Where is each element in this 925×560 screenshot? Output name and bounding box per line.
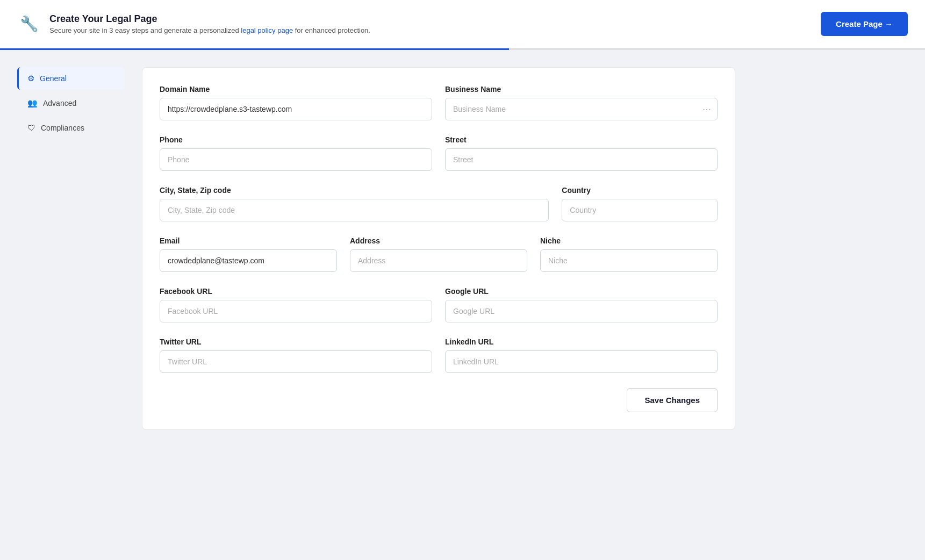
sidebar: ⚙ General 👥 Advanced 🛡 Compliances [17, 67, 125, 430]
street-group: Street [445, 135, 718, 171]
country-label: Country [562, 186, 718, 195]
twitter-url-label: Twitter URL [160, 338, 432, 346]
facebook-url-input[interactable] [160, 300, 432, 322]
city-state-zip-label: City, State, Zip code [160, 186, 549, 195]
business-name-label: Business Name [445, 85, 718, 94]
header-text: Create Your Legal Page Secure your site … [49, 13, 370, 34]
progress-bar [0, 48, 925, 50]
twitter-url-input[interactable] [160, 350, 432, 373]
country-group: Country [562, 186, 718, 221]
form-row-4: Email Address Niche [160, 236, 718, 272]
country-input[interactable] [562, 199, 718, 221]
create-page-button[interactable]: Create Page → [821, 12, 908, 36]
sidebar-item-compliances-label: Compliances [41, 124, 84, 132]
top-header: 🔧 Create Your Legal Page Secure your sit… [0, 0, 925, 48]
email-input[interactable] [160, 249, 337, 272]
business-name-input[interactable] [445, 98, 718, 120]
street-input[interactable] [445, 148, 718, 171]
niche-group: Niche [540, 236, 718, 272]
google-url-group: Google URL [445, 287, 718, 322]
domain-name-group: Domain Name [160, 85, 432, 120]
business-name-group: Business Name ⋯ [445, 85, 718, 120]
linkedin-url-input[interactable] [445, 350, 718, 373]
facebook-url-group: Facebook URL [160, 287, 432, 322]
google-url-input[interactable] [445, 300, 718, 322]
dots-icon[interactable]: ⋯ [702, 104, 711, 114]
form-area: Domain Name Business Name ⋯ Phone Street [142, 67, 735, 430]
main-layout: ⚙ General 👥 Advanced 🛡 Compliances Domai… [0, 50, 752, 447]
sidebar-item-compliances[interactable]: 🛡 Compliances [17, 117, 125, 139]
address-label: Address [350, 236, 527, 245]
business-name-input-wrapper: ⋯ [445, 98, 718, 120]
form-row-6: Twitter URL LinkedIn URL [160, 338, 718, 373]
legal-policy-link[interactable]: legal policy page [241, 26, 293, 34]
niche-label: Niche [540, 236, 718, 245]
linkedin-url-group: LinkedIn URL [445, 338, 718, 373]
form-footer: Save Changes [160, 388, 718, 412]
facebook-url-label: Facebook URL [160, 287, 432, 296]
google-url-label: Google URL [445, 287, 718, 296]
wrench-icon: 🔧 [17, 12, 41, 36]
form-row-5: Facebook URL Google URL [160, 287, 718, 322]
sidebar-item-advanced[interactable]: 👥 Advanced [17, 92, 125, 114]
email-group: Email [160, 236, 337, 272]
page-title: Create Your Legal Page [49, 13, 370, 25]
save-changes-button[interactable]: Save Changes [627, 388, 718, 412]
domain-name-label: Domain Name [160, 85, 432, 94]
phone-group: Phone [160, 135, 432, 171]
email-label: Email [160, 236, 337, 245]
city-state-zip-input[interactable] [160, 199, 549, 221]
sidebar-item-general[interactable]: ⚙ General [17, 67, 125, 90]
sidebar-item-general-label: General [40, 74, 67, 83]
niche-input[interactable] [540, 249, 718, 272]
gear-icon: ⚙ [27, 74, 34, 83]
shield-icon: 🛡 [27, 123, 35, 132]
twitter-url-group: Twitter URL [160, 338, 432, 373]
people-icon: 👥 [27, 98, 38, 108]
form-row-1: Domain Name Business Name ⋯ [160, 85, 718, 120]
header-left: 🔧 Create Your Legal Page Secure your sit… [17, 12, 370, 36]
form-row-2: Phone Street [160, 135, 718, 171]
phone-input[interactable] [160, 148, 432, 171]
street-label: Street [445, 135, 718, 144]
domain-name-input[interactable] [160, 98, 432, 120]
linkedin-url-label: LinkedIn URL [445, 338, 718, 346]
sidebar-item-advanced-label: Advanced [43, 99, 76, 107]
address-input[interactable] [350, 249, 527, 272]
form-row-3: City, State, Zip code Country [160, 186, 718, 221]
phone-label: Phone [160, 135, 432, 144]
city-state-zip-group: City, State, Zip code [160, 186, 549, 221]
address-group: Address [350, 236, 527, 272]
page-subtitle: Secure your site in 3 easy steps and gen… [49, 26, 370, 34]
